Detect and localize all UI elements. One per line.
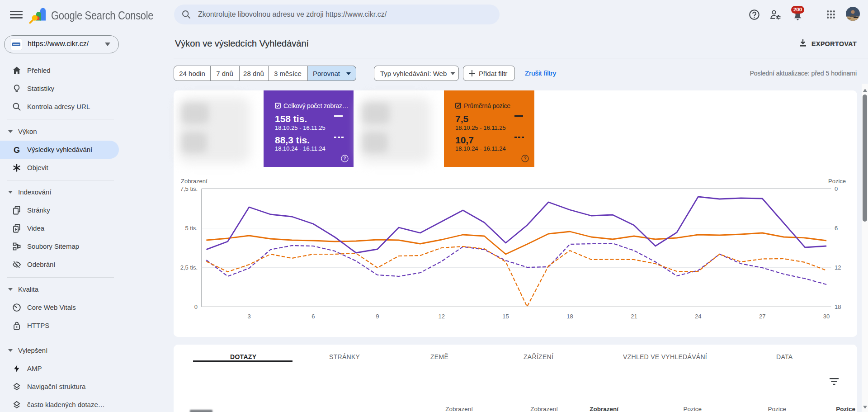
svg-text:Zobrazení: Zobrazení bbox=[181, 178, 208, 185]
svg-text:15: 15 bbox=[502, 313, 509, 320]
svg-text:6: 6 bbox=[311, 313, 315, 320]
svg-text:?: ? bbox=[343, 156, 346, 161]
svg-text:12: 12 bbox=[835, 264, 841, 271]
svg-text:30: 30 bbox=[823, 313, 830, 320]
svg-text:2,5 tis.: 2,5 tis. bbox=[180, 264, 198, 271]
svg-text:21: 21 bbox=[631, 313, 637, 320]
svg-text:18: 18 bbox=[835, 303, 841, 310]
svg-text:24: 24 bbox=[695, 313, 701, 320]
svg-text:G: G bbox=[14, 146, 20, 155]
svg-text:Pozice: Pozice bbox=[828, 178, 846, 185]
svg-text:0: 0 bbox=[835, 185, 838, 192]
svg-text:27: 27 bbox=[759, 313, 765, 320]
svg-text:9: 9 bbox=[376, 313, 379, 320]
svg-text:0: 0 bbox=[194, 303, 198, 310]
svg-text:18: 18 bbox=[566, 313, 573, 320]
svg-text:?: ? bbox=[524, 156, 526, 161]
svg-text:6: 6 bbox=[835, 225, 838, 232]
svg-text:7,5 tis.: 7,5 tis. bbox=[180, 185, 198, 192]
svg-text:3: 3 bbox=[247, 313, 250, 320]
svg-text:12: 12 bbox=[438, 313, 444, 320]
svg-text:5 tis.: 5 tis. bbox=[185, 225, 198, 232]
